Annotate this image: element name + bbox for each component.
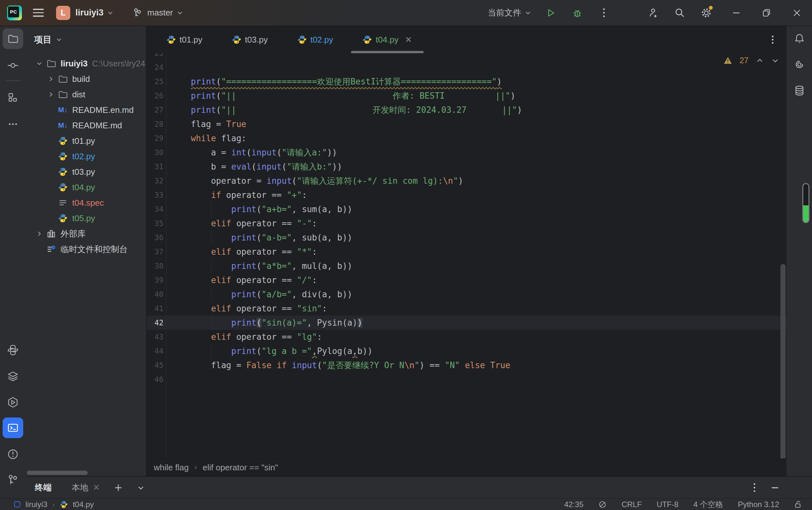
- restore-button[interactable]: [759, 6, 774, 20]
- code-line-30[interactable]: 30 a = int(input("请输入a:")): [147, 145, 786, 160]
- tab-t02.py[interactable]: t02.py: [283, 26, 348, 53]
- code-line-34[interactable]: 34 print("a+b=", sum(a, b)): [147, 202, 786, 216]
- code-line-37[interactable]: 37 elif operator == "*":: [147, 245, 786, 259]
- tree-item-t05.py[interactable]: t05.py: [26, 210, 146, 226]
- terminal-options-icon[interactable]: [754, 483, 755, 492]
- statusbar-file[interactable]: t04.py: [73, 500, 94, 509]
- code-line-44[interactable]: 44 print("lg a b =",Pylog(a,b)): [147, 344, 786, 358]
- run-configuration-selector[interactable]: 当前文件: [488, 7, 531, 18]
- terminal-toolwindow-icon[interactable]: [3, 418, 23, 438]
- chevron-down-icon[interactable]: [36, 60, 43, 67]
- project-widget-icon[interactable]: [14, 501, 20, 507]
- commit-toolwindow-icon[interactable]: [3, 55, 23, 76]
- python-console-icon[interactable]: [3, 340, 23, 361]
- breadcrumb-item[interactable]: while flag: [154, 463, 188, 473]
- close-icon[interactable]: ✕: [93, 483, 100, 492]
- statusbar-item-0[interactable]: 42:35: [564, 500, 583, 509]
- terminal-type-chevron-icon[interactable]: [137, 484, 145, 492]
- chevron-right-icon[interactable]: [48, 91, 55, 98]
- settings-gear-icon[interactable]: [699, 6, 713, 20]
- tree-item-dist[interactable]: dist: [26, 87, 146, 102]
- add-user-icon[interactable]: [646, 6, 661, 20]
- tree-item-t03.py[interactable]: t03.py: [26, 164, 146, 179]
- hide-terminal-icon[interactable]: [770, 483, 780, 492]
- project-tree-hscrollbar[interactable]: [27, 471, 88, 475]
- code-line-26[interactable]: 26print("|| 作者: BESTI ||"): [147, 89, 786, 103]
- services-toolwindow-icon[interactable]: [3, 392, 23, 413]
- folder-icon: [58, 74, 68, 84]
- new-terminal-icon[interactable]: [113, 483, 123, 492]
- more-actions-icon[interactable]: [597, 6, 611, 20]
- database-toolwindow-icon[interactable]: [789, 80, 810, 101]
- tree-item-README.en.md[interactable]: M↓README.en.md: [26, 102, 146, 118]
- code-line-36[interactable]: 36 print("a-b=", sub(a, b)): [147, 230, 786, 245]
- tab-t01.py[interactable]: t01.py: [152, 26, 217, 53]
- tab-t03.py[interactable]: t03.py: [217, 26, 283, 53]
- editor-vscrollbar[interactable]: [780, 264, 786, 469]
- debug-button[interactable]: [570, 6, 584, 20]
- tree-item-liruiyi3[interactable]: liruiyi3C:\Users\lry24: [26, 56, 146, 71]
- terminal-tab-local[interactable]: 本地 ✕: [71, 482, 100, 493]
- code-line-31[interactable]: 31 b = eval(input("请输入b:")): [147, 160, 786, 174]
- statusbar-project[interactable]: liruiyi3: [26, 500, 48, 509]
- code-line-40[interactable]: 40 print("a/b=", div(a, b)): [147, 287, 786, 302]
- chevron-right-icon[interactable]: [36, 230, 43, 237]
- code-line-33[interactable]: 33 if operator == "+":: [147, 188, 786, 202]
- code-line-24[interactable]: 24: [147, 60, 786, 75]
- tree-item-README.md[interactable]: M↓README.md: [26, 118, 146, 133]
- code-line-38[interactable]: 38 print("a*b=", mul(a, b)): [147, 259, 786, 273]
- tree-item-build[interactable]: build: [26, 71, 146, 87]
- code-line-25[interactable]: 25print("==================欢迎使用BestI计算器=…: [147, 75, 786, 89]
- main-menu-icon[interactable]: [33, 6, 44, 19]
- code-line-43[interactable]: 43 elif operator == "lg":: [147, 330, 786, 344]
- statusbar-item-4[interactable]: Python 3.12: [738, 500, 779, 509]
- code-line-32[interactable]: 32 operator = input("请输入运算符(+-*/ sin com…: [147, 174, 786, 188]
- code-line-23[interactable]: 23: [147, 53, 786, 60]
- minimize-button[interactable]: [729, 6, 744, 20]
- next-warning-icon[interactable]: [771, 56, 779, 65]
- breadcrumb-item[interactable]: elif operator == "sin": [203, 463, 278, 473]
- statusbar-item-1[interactable]: CRLF: [621, 500, 642, 509]
- code-line-39[interactable]: 39 elif operator == "/":: [147, 273, 786, 287]
- highlighting-level-icon[interactable]: [598, 500, 607, 509]
- branch-name[interactable]: master: [147, 8, 173, 18]
- tree-item-t04.py[interactable]: t04.py: [26, 179, 146, 195]
- code-line-41[interactable]: 41 elif operator == "sin":: [147, 302, 786, 316]
- tree-item-外部库[interactable]: 外部库: [26, 226, 146, 242]
- tree-item-t04.spec[interactable]: t04.spec: [26, 195, 146, 210]
- more-toolwindows-icon[interactable]: [3, 114, 23, 135]
- run-button[interactable]: [544, 6, 558, 20]
- project-toolwindow-icon[interactable]: [3, 28, 23, 49]
- project-name[interactable]: liruiyi3: [76, 8, 104, 18]
- problems-toolwindow-icon[interactable]: [3, 444, 23, 464]
- structure-toolwindow-icon[interactable]: [3, 87, 23, 108]
- python-packages-icon[interactable]: [3, 366, 23, 387]
- code-line-35[interactable]: 35 elif operator == "-":: [147, 216, 786, 230]
- terminal-panel-title[interactable]: 终端: [35, 482, 52, 493]
- inspections-widget[interactable]: 27: [723, 56, 779, 65]
- code-editor[interactable]: 232425print("==================欢迎使用BestI…: [147, 53, 786, 458]
- statusbar-item-3[interactable]: 4 个空格: [693, 499, 723, 510]
- code-line-45[interactable]: 45 flag = False if input("是否要继续?Y Or N\n…: [147, 358, 786, 372]
- code-line-27[interactable]: 27print("|| 开发时间: 2024.03.27 ||"): [147, 103, 786, 117]
- notifications-bell-icon[interactable]: [789, 28, 810, 49]
- code-line-42[interactable]: 42 print("sin(a)=", Pysin(a)): [147, 316, 786, 330]
- code-line-28[interactable]: 28flag = True: [147, 117, 786, 131]
- tab-options-icon[interactable]: [767, 33, 778, 46]
- tab-t04.py[interactable]: t04.py✕: [348, 26, 427, 53]
- close-button[interactable]: [789, 6, 804, 20]
- tree-item-t01.py[interactable]: t01.py: [26, 133, 146, 149]
- unlocked-icon[interactable]: [794, 500, 802, 509]
- version-control-icon[interactable]: [3, 470, 23, 490]
- statusbar-item-2[interactable]: UTF-8: [657, 500, 678, 509]
- code-line-46[interactable]: 46: [147, 372, 786, 387]
- chevron-right-icon[interactable]: [48, 76, 55, 83]
- ai-assistant-icon[interactable]: [789, 54, 810, 75]
- project-panel-header[interactable]: 项目: [26, 26, 146, 53]
- close-tab-icon[interactable]: ✕: [405, 35, 412, 45]
- search-icon[interactable]: [673, 6, 687, 20]
- code-line-29[interactable]: 29while flag:: [147, 131, 786, 145]
- tree-item-t02.py[interactable]: t02.py: [26, 149, 146, 164]
- prev-warning-icon[interactable]: [756, 56, 764, 65]
- tree-item-临时文件和控制台[interactable]: 临时文件和控制台: [26, 242, 146, 257]
